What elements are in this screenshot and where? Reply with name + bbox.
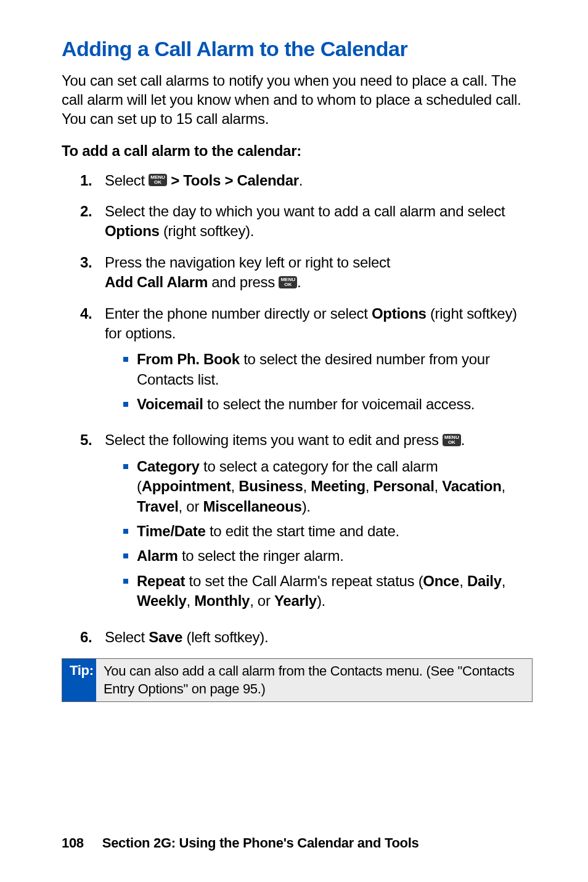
sub-text: to select the ringer alarm.	[178, 547, 344, 564]
sub-text: to set the Call Alarm's repeat status (	[185, 573, 423, 589]
step-body: Enter the phone number directly or selec…	[105, 304, 533, 420]
step-text: .	[297, 274, 301, 290]
page-number: 108	[62, 835, 84, 851]
tip-text: You can also add a call alarm from the C…	[96, 659, 532, 701]
sub-item: Alarm to select the ringer alarm.	[123, 546, 533, 566]
step-bold: Save	[149, 629, 182, 645]
step-number: 2.	[80, 202, 105, 242]
sub-text: ,	[186, 592, 194, 609]
step-number: 3.	[80, 253, 105, 293]
intro-paragraph: You can set call alarms to notify you wh…	[62, 71, 533, 129]
sub-bold: Voicemail	[137, 396, 203, 412]
sub-bold: Business	[239, 478, 303, 494]
step-body: Select the following items you want to e…	[105, 430, 533, 616]
procedure-subhead: To add a call alarm to the calendar:	[62, 142, 533, 160]
step-5: 5. Select the following items you want t…	[80, 430, 533, 616]
menu-ok-key-icon: MENUOK	[443, 434, 461, 446]
section-title: Section 2G: Using the Phone's Calendar a…	[102, 835, 419, 851]
sub-text: ,	[502, 478, 505, 494]
menu-ok-key-icon: MENUOK	[279, 276, 297, 288]
step-text: .	[299, 172, 303, 189]
step-text: Press the navigation key left or right t…	[105, 254, 390, 271]
sub-text: , or	[179, 498, 203, 515]
step-number: 5.	[80, 430, 105, 616]
sub-bold: Repeat	[137, 573, 185, 589]
step-text: (left softkey).	[182, 629, 268, 645]
tip-label: Tip:	[62, 659, 96, 701]
page-heading: Adding a Call Alarm to the Calendar	[62, 37, 533, 61]
step-text: Select	[105, 172, 149, 189]
step-text: and press	[208, 274, 279, 290]
sub-text: ).	[302, 498, 311, 515]
sub-bold: Personal	[374, 478, 435, 494]
sub-bold: Meeting	[311, 478, 365, 494]
sub-text: ,	[435, 478, 443, 494]
sub-item: Repeat to set the Call Alarm's repeat st…	[123, 571, 533, 611]
sub-bold: Time/Date	[137, 523, 206, 539]
sub-bold: Category	[137, 458, 200, 475]
sub-list: Category to select a category for the ca…	[123, 457, 533, 611]
step-bold: Add Call Alarm	[105, 274, 208, 290]
step-text: .	[461, 431, 465, 448]
step-bold: Options	[372, 305, 427, 322]
sub-bold: Travel	[137, 498, 179, 515]
sub-text: , or	[250, 592, 274, 609]
sub-bold: Monthly	[194, 592, 250, 609]
sub-item: From Ph. Book to select the desired numb…	[123, 349, 533, 390]
sub-bold: Miscellaneous	[203, 498, 301, 515]
sub-text: to edit the start time and date.	[206, 523, 399, 539]
sub-bold: From Ph. Book	[137, 351, 240, 367]
step-body: Press the navigation key left or right t…	[105, 253, 533, 293]
step-body: Select Save (left softkey).	[105, 627, 533, 647]
sub-text: ,	[502, 573, 505, 589]
step-text: (right softkey).	[160, 223, 255, 239]
step-text: Select the day to which you want to add …	[105, 203, 505, 219]
sub-text: ,	[459, 573, 467, 589]
sub-item: Category to select a category for the ca…	[123, 457, 533, 517]
sub-bold: Weekly	[137, 592, 186, 609]
sub-item: Voicemail to select the number for voice…	[123, 394, 533, 414]
sub-list: From Ph. Book to select the desired numb…	[123, 349, 533, 414]
step-3: 3. Press the navigation key left or righ…	[80, 253, 533, 293]
sub-text: to select the number for voicemail acces…	[203, 396, 475, 412]
step-body: Select the day to which you want to add …	[105, 202, 533, 242]
sub-bold: Alarm	[137, 547, 178, 564]
menu-ok-key-icon: MENUOK	[149, 174, 167, 186]
step-bold: Options	[105, 223, 160, 239]
step-number: 4.	[80, 304, 105, 420]
sub-text: ).	[317, 592, 325, 609]
tip-box: Tip: You can also add a call alarm from …	[62, 658, 533, 702]
sub-bold: Appointment	[142, 478, 231, 494]
sub-bold: Once	[423, 573, 459, 589]
step-text: Select the following items you want to e…	[105, 431, 443, 448]
step-bold: > Tools > Calendar	[167, 172, 299, 189]
step-number: 1.	[80, 171, 105, 190]
step-body: Select MENUOK > Tools > Calendar.	[105, 171, 533, 190]
steps-list: 1. Select MENUOK > Tools > Calendar. 2. …	[62, 171, 533, 647]
manual-page: Adding a Call Alarm to the Calendar You …	[0, 0, 588, 882]
sub-text: ,	[231, 478, 239, 494]
step-6: 6. Select Save (left softkey).	[80, 627, 533, 647]
sub-text: ,	[365, 478, 374, 494]
step-1: 1. Select MENUOK > Tools > Calendar.	[80, 171, 533, 190]
sub-bold: Yearly	[274, 592, 317, 609]
step-text: Enter the phone number directly or selec…	[105, 305, 372, 322]
sub-text: ,	[303, 478, 311, 494]
sub-bold: Daily	[467, 573, 502, 589]
step-number: 6.	[80, 627, 105, 647]
step-text: Select	[105, 629, 149, 645]
sub-bold: Vacation	[442, 478, 501, 494]
page-footer: 108Section 2G: Using the Phone's Calenda…	[62, 835, 419, 851]
step-2: 2. Select the day to which you want to a…	[80, 202, 533, 242]
step-4: 4. Enter the phone number directly or se…	[80, 304, 533, 420]
sub-item: Time/Date to edit the start time and dat…	[123, 521, 533, 541]
